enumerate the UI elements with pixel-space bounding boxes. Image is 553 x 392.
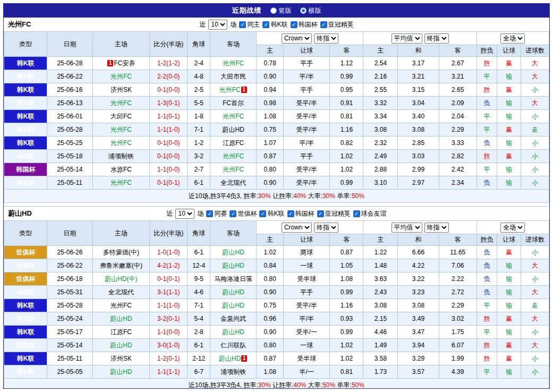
average-select[interactable]: 平均值 [392, 33, 422, 44]
avg-away: 3.21 [439, 70, 477, 83]
layout-radio-vertical[interactable]: 竖版 [270, 6, 292, 15]
avg-away: 1.75 [439, 326, 477, 339]
final-odds-select-2[interactable]: 终指 [424, 223, 449, 233]
match-type-cell: 世俱杯 [4, 246, 47, 259]
match-date: 25-06-16 [47, 83, 92, 97]
score: 1-1(0-1) [150, 110, 188, 123]
avg-away: 2.42 [439, 163, 477, 176]
bookmaker-select[interactable]: Crown [282, 223, 312, 233]
col-header-7: 让球 [284, 234, 330, 246]
handicap: 受平/半 [284, 176, 330, 190]
avg-away: 3.33 [439, 137, 477, 150]
match-type-cell: 世俱杯 [4, 272, 47, 286]
col-header-13: 让球 [497, 234, 521, 246]
footer-segment: 30% [322, 192, 335, 200]
filter-checkbox-亚冠精英[interactable]: ✓亚冠精英 [320, 20, 354, 29]
home-odds: 1.02 [257, 246, 284, 259]
result-goals: 大 [521, 286, 549, 299]
away-team-name: 全北现代 [220, 179, 246, 186]
home-team-name: 光州FC [110, 139, 132, 147]
home-team: 水原FC [92, 163, 150, 176]
avg-home: 2.88 [363, 163, 398, 176]
recent-count-select[interactable]: 10 [175, 209, 194, 219]
corner: 7-1 [188, 123, 210, 137]
final-odds-select-1[interactable]: 终指 [314, 33, 338, 44]
avg-home: 2.43 [363, 286, 398, 299]
filter-checkbox-韩国杯[interactable]: ✓韩国杯 [287, 209, 314, 218]
final-odds-select-2[interactable]: 终指 [424, 33, 449, 44]
avg-draw: 3.94 [398, 339, 439, 352]
home-team-name: 光州FC [110, 179, 132, 186]
filter-checkbox-同赛[interactable]: ✓同赛 [206, 209, 227, 218]
footer-segment: 大率: [307, 192, 323, 200]
match-row: 韩K联25-05-28光州FC1-1(1-0)7-1蔚山HD0.75受平/半1.… [4, 299, 549, 312]
away-team-name: 光州FC [223, 59, 244, 67]
match-date: 25-06-13 [47, 97, 92, 110]
filter-checkbox-亚冠精英[interactable]: ✓亚冠精英 [317, 209, 351, 218]
radio-label: 竖版 [279, 6, 292, 15]
footer-segment: 30% [258, 381, 271, 389]
filter-checkbox-韩国杯[interactable]: ✓韩国杯 [291, 20, 318, 29]
match-date: 25-06-22 [47, 259, 92, 272]
scope-select[interactable]: 全场 [500, 223, 525, 233]
average-select[interactable]: 平均值 [392, 223, 422, 233]
corner: 5-4 [188, 312, 210, 326]
red-card-badge: 1 [107, 60, 113, 66]
checkbox-icon: ✓ [353, 210, 360, 217]
filter-checkbox-球会友谊[interactable]: ✓球会友谊 [353, 209, 387, 218]
avg-home: 2.15 [363, 312, 398, 326]
corner: 2-7 [188, 163, 210, 176]
result-goals: 大 [521, 70, 549, 83]
bookmaker-select[interactable]: Crown [282, 33, 312, 44]
col-header-10: 和 [398, 234, 439, 246]
col-header-8: 客 [330, 234, 363, 246]
handicap: 平/半 [284, 70, 330, 83]
home-team-name: 蔚山HD(中) [105, 275, 137, 283]
away-team: 大田市民 [210, 70, 256, 83]
footer-segment: 50% [322, 381, 335, 389]
result-goals: 走 [521, 123, 549, 137]
away-odds: 1.05 [330, 259, 363, 272]
final-odds-select-1[interactable]: 终指 [314, 223, 338, 233]
score: 1-1(1-1) [150, 365, 188, 379]
footer-segment: 大率: [307, 381, 323, 389]
home-team-name: 大邱FC [110, 113, 132, 120]
home-team: 蔚山HD [92, 312, 150, 326]
away-odds: 0.99 [330, 326, 363, 339]
avg-away: 2.82 [439, 150, 477, 163]
result-outcome: 负 [477, 272, 497, 286]
score: 0-1(0-0) [150, 137, 188, 150]
avg-draw: 3.40 [398, 110, 439, 123]
score: 1-1(0-0) [150, 163, 188, 176]
home-team: 浦项制铁 [92, 150, 150, 163]
filter-checkbox-世俱杯[interactable]: ✓世俱杯 [229, 209, 257, 218]
home-team-name: 光州FC [110, 126, 132, 133]
scope-select[interactable]: 全场 [500, 33, 525, 44]
home-team: 1FC安养 [92, 57, 150, 70]
col-header-4: 角球 [188, 221, 210, 246]
col-header-11: 客 [439, 45, 477, 57]
filter-controls: 近10场✓同赛✓世俱杯✓韩K联✓韩国杯✓亚冠精英✓球会友谊 [166, 209, 386, 219]
match-row: 韩K联25-06-01大邱FC1-1(0-1)1-8光州FC1.08受平/半0.… [4, 110, 549, 123]
team-filter-row: 蔚山HD近10场✓同赛✓世俱杯✓韩K联✓韩国杯✓亚冠精英✓球会友谊 [4, 207, 549, 220]
result-outcome: 负 [477, 176, 497, 190]
handicap: 受平/半 [284, 123, 330, 137]
avg-draw: 3.08 [398, 123, 439, 137]
layout-radio-horizontal[interactable]: 横版 [300, 6, 321, 15]
footer-segment: 近10场,胜3平3负4, 胜率: [189, 381, 258, 389]
result-outcome: 胜 [477, 83, 497, 97]
filter-checkbox-同主[interactable]: ✓同主 [239, 20, 260, 29]
filter-checkbox-韩K联[interactable]: ✓韩K联 [259, 209, 284, 218]
handicap: 受平/半 [284, 299, 330, 312]
checkbox-icon: ✓ [229, 210, 236, 217]
recent-count-select[interactable]: 10 [208, 20, 227, 30]
home-team: 光州FC [92, 137, 150, 150]
result-goals: 小 [521, 176, 549, 190]
home-odds: 0.80 [257, 339, 284, 352]
avg-away: 4.39 [439, 365, 477, 379]
away-team: 金泉尚武 [210, 312, 256, 326]
avg-draw: 3.29 [398, 352, 439, 365]
filter-checkbox-韩K联[interactable]: ✓韩K联 [262, 20, 287, 29]
home-odds: 0.94 [257, 83, 284, 97]
match-type-cell: 韩国杯 [4, 163, 47, 176]
